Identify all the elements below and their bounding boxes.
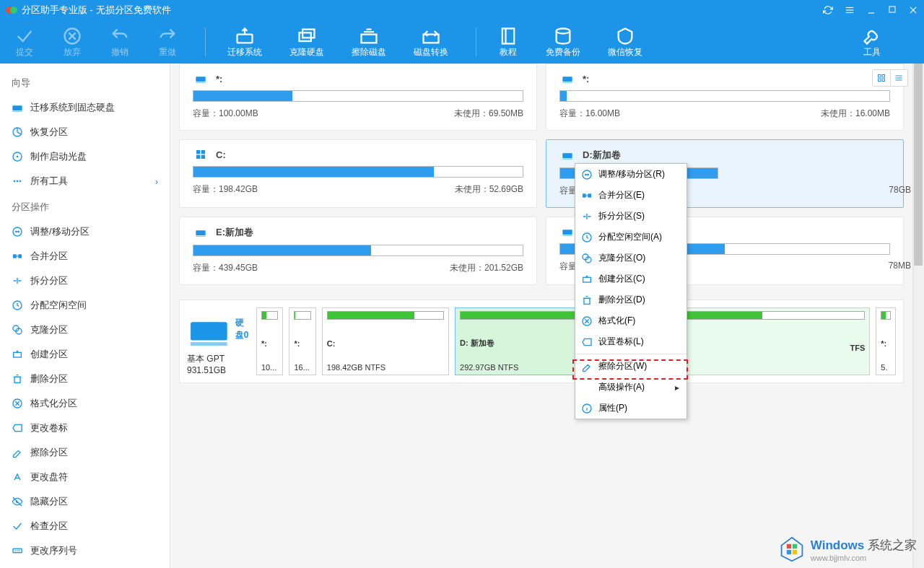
ctx-item-split[interactable]: 拆分分区(S) [575,206,687,227]
sidebar-item-clone[interactable]: 克隆分区 [6,318,164,342]
ctx-item-label[interactable]: 设置卷标(L) [575,331,687,352]
toolbar-disk-copy[interactable]: 克隆硬盘 [289,26,324,58]
close-icon[interactable] [908,5,918,15]
submenu-arrow-icon: ▸ [675,383,679,393]
toolbar-label: 重做 [159,46,176,58]
toolbar-disk-erase[interactable]: 擦除磁盘 [352,26,386,58]
ctx-item-more[interactable]: 高级操作(A)▸ [575,377,687,398]
disk-info[interactable]: 硬盘0基本 GPT931.51GB [187,307,250,375]
partition-card[interactable]: E:新加卷容量：439.45GB未使用：201.52GB [179,217,537,285]
toolbar-disk-arrow[interactable]: 迁移系统 [227,26,262,58]
undo-icon [110,26,130,46]
list-view-icon[interactable] [891,70,908,86]
sidebar-item-serial[interactable]: 更改序列号 [6,538,164,563]
ctx-label: 设置卷标(L) [598,336,644,348]
view-toggle[interactable] [872,69,908,87]
sidebar-item-hide[interactable]: 隐藏分区 [6,489,164,514]
disk-segment[interactable]: *:5. [876,307,896,375]
menu-icon[interactable] [845,5,855,15]
minimize-icon[interactable] [866,5,876,15]
ctx-item-merge[interactable]: 合并分区(E) [575,185,687,206]
scrollbar-track[interactable] [912,64,924,568]
toolbar-x[interactable]: 放弃 [62,26,82,58]
usage-bar [193,166,523,178]
disk-segment[interactable]: TFS [672,307,870,375]
partition-card[interactable]: *:容量：100.00MB未使用：69.50MB [179,64,537,131]
disk-segment[interactable]: *:10... [256,307,283,375]
toolbar-disk-convert[interactable]: 磁盘转换 [414,26,448,58]
svg-rect-40 [882,75,885,78]
partition-card[interactable]: *:容量：16.00MB未使用：16.00MB [546,64,904,131]
toolbar-check[interactable]: 提交 [14,26,35,58]
svg-rect-55 [562,159,572,160]
merge-icon [12,250,23,262]
ctx-item-info[interactable]: 属性(P) [575,398,687,419]
svg-rect-42 [882,79,885,82]
grid-view-icon[interactable] [873,70,891,86]
backup-icon [553,26,573,46]
sidebar-item-format[interactable]: 格式化分区 [6,391,164,416]
svg-rect-56 [196,230,205,235]
toolbar-undo[interactable]: 撤销 [110,26,130,58]
sidebar-item-align[interactable]: 分区对齐 [6,563,164,568]
toolbar-redo[interactable]: 重做 [157,26,178,58]
clock-icon [12,300,23,311]
sidebar-item-split[interactable]: 拆分分区 [6,268,164,293]
sidebar-item-dots[interactable]: 所有工具› [6,169,164,193]
svg-rect-74 [793,544,797,549]
sidebar-item-label: 检查分区 [30,520,68,533]
ctx-item-delete[interactable]: 删除分区(D) [575,289,687,310]
sidebar-item-pie[interactable]: 恢复分区 [6,120,164,144]
sidebar-item-disk[interactable]: 迁移系统到固态硬盘 [6,95,164,120]
ctx-item-create[interactable]: 创建分区(C) [575,268,687,289]
ctx-item-clock[interactable]: 分配空闲空间(A) [575,227,687,248]
toolbar-label: 克隆硬盘 [289,46,324,58]
segment-bar [261,311,278,320]
toolbar-book[interactable]: 教程 [498,26,518,58]
maximize-icon[interactable] [888,5,897,15]
toolbar-label: 免费备份 [546,46,580,58]
sidebar-item-resize[interactable]: 调整/移动分区 [6,219,164,244]
sidebar-item-cd[interactable]: 制作启动光盘 [6,144,164,169]
svg-rect-68 [583,277,591,282]
toolbar-wechat[interactable]: 微信恢复 [608,26,642,58]
sidebar-item-merge[interactable]: 合并分区 [6,244,164,268]
scrollbar-thumb[interactable] [914,64,923,266]
sidebar-group-title: 分区操作 [6,193,164,219]
sidebar-item-letter[interactable]: 更改盘符 [6,465,164,489]
sidebar-item-label: 创建分区 [30,348,68,361]
sidebar-item-check[interactable]: 检查分区 [6,514,164,538]
wechat-icon [615,26,635,46]
disk-segment[interactable]: C:198.42GB NTFS [322,307,449,375]
sidebar-item-wipe[interactable]: 擦除分区 [6,440,164,465]
svg-point-19 [557,28,570,33]
redo-icon [157,26,178,46]
ctx-label: 分配空闲空间(A) [598,231,662,243]
disk-segment[interactable]: *:16... [289,307,315,375]
ctx-item-format[interactable]: 格式化(F) [575,310,687,331]
segment-name: *: [881,339,891,348]
sidebar-item-label[interactable]: 更改卷标 [6,416,164,440]
toolbar-tools[interactable]: 工具 [862,26,882,58]
ctx-label: 擦除分区(W) [598,360,647,372]
ctx-item-resize[interactable]: 调整/移动分区(R) [575,164,687,185]
sidebar-item-create[interactable]: 创建分区 [6,342,164,367]
capacity-label: 容量：100.00MB [193,108,258,120]
svg-rect-6 [889,6,895,12]
refresh-icon[interactable] [823,5,833,15]
check-icon [14,26,35,46]
sidebar-item-clock[interactable]: 分配空闲空间 [6,293,164,318]
sidebar-item-label: 格式化分区 [30,397,77,410]
sidebar-item-label: 合并分区 [30,250,68,263]
book-icon [498,26,518,46]
ctx-item-clone[interactable]: 克隆分区(O) [575,248,687,268]
svg-rect-75 [787,550,791,554]
toolbar-label: 教程 [500,46,517,58]
usage-bar [193,90,523,102]
sidebar-item-delete[interactable]: 删除分区 [6,367,164,391]
sidebar: 向导迁移系统到固态硬盘恢复分区制作启动光盘所有工具›分区操作调整/移动分区合并分… [0,64,170,568]
ctx-item-wipe[interactable]: 擦除分区(W) [575,356,687,377]
toolbar-backup[interactable]: 免费备份 [546,26,580,58]
partition-card[interactable]: C:容量：198.42GB未使用：52.69GB [179,139,537,208]
pie-icon [12,126,23,138]
